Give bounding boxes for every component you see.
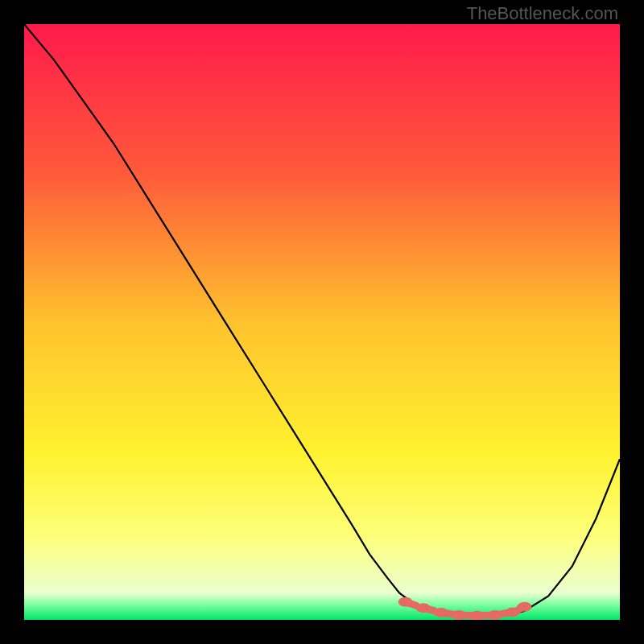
gradient-background bbox=[24, 24, 620, 620]
optimal-marker bbox=[434, 608, 448, 617]
chart-frame bbox=[24, 24, 620, 620]
bottleneck-chart bbox=[24, 24, 620, 620]
optimal-marker bbox=[506, 607, 520, 617]
optimal-marker bbox=[488, 610, 502, 620]
optimal-marker bbox=[452, 610, 466, 620]
optimal-marker bbox=[398, 597, 413, 607]
optimal-marker bbox=[416, 603, 431, 613]
watermark-text: TheBottleneck.com bbox=[467, 3, 618, 24]
optimal-marker bbox=[518, 602, 532, 612]
